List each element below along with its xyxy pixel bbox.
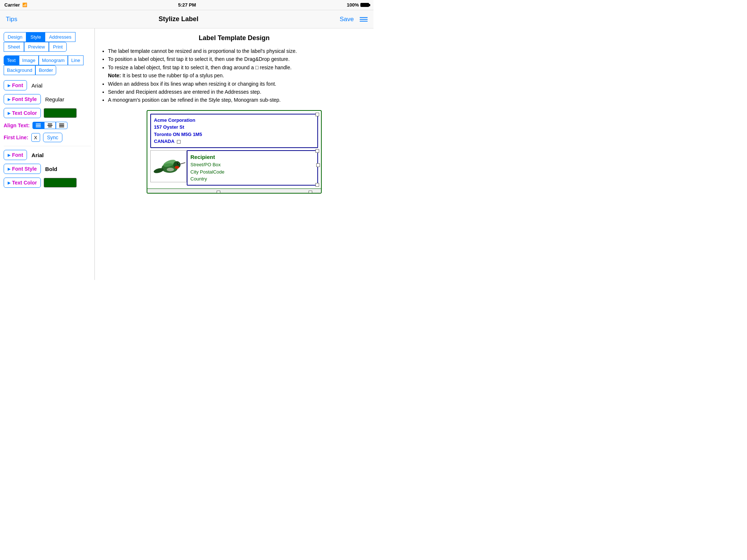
play-icon: ▶ xyxy=(8,181,11,185)
first-line-label: First Line: xyxy=(4,135,28,140)
tips-button[interactable]: Tips xyxy=(6,16,18,23)
font-control-row: ▶ Font Arial xyxy=(4,80,91,90)
tab-addresses[interactable]: Addresses xyxy=(45,32,75,42)
font-style-label: Font Style xyxy=(12,96,37,102)
battery-percent: 100% xyxy=(347,2,359,8)
align-right-button[interactable] xyxy=(56,122,67,129)
resize-handle-sender[interactable] xyxy=(177,140,181,144)
font-style2-control-row: ▶ Font Style Bold xyxy=(4,164,91,174)
play-icon: ▶ xyxy=(8,153,11,157)
tab-monogram[interactable]: Monogram xyxy=(39,55,68,65)
resize-handle-tr[interactable] xyxy=(316,113,319,116)
sync-button[interactable]: Sync xyxy=(43,133,62,142)
svg-point-8 xyxy=(167,168,174,171)
label-preview-container: Acme Corporation 157 Oyster St Toronto O… xyxy=(101,110,368,194)
section-divider xyxy=(4,146,91,146)
tab-line[interactable]: Line xyxy=(68,55,84,65)
hummingbird-image[interactable] xyxy=(150,150,187,182)
text-color2-control-row: ▶ Text Color xyxy=(4,178,91,188)
tab-style[interactable]: Style xyxy=(26,32,45,42)
font-style2-value: Bold xyxy=(45,166,57,172)
play-icon: ▶ xyxy=(8,83,11,88)
carrier-label: Carrier xyxy=(4,2,20,8)
text-color-label: Text Color xyxy=(12,110,37,116)
play-icon: ▶ xyxy=(8,167,11,171)
text-color-button[interactable]: ▶ Text Color xyxy=(4,108,41,118)
recipient-line3: Country xyxy=(190,175,314,183)
main-layout: Design Style Addresses Sheet Preview Pri… xyxy=(0,28,374,280)
font2-button[interactable]: ▶ Font xyxy=(4,150,27,160)
resize-handle-recipient-br[interactable] xyxy=(316,183,319,187)
align-left-icon xyxy=(36,124,41,127)
align-button-group xyxy=(32,122,67,129)
font-button[interactable]: ▶ Font xyxy=(4,80,27,90)
svg-point-4 xyxy=(175,166,179,169)
style-tab-group: Text Image Monogram Line Background Bord… xyxy=(4,55,91,75)
tab-sheet[interactable]: Sheet xyxy=(4,42,24,52)
instruction-item: To position a label object, first tap it… xyxy=(108,55,368,63)
text-color-control-row: ▶ Text Color xyxy=(4,108,91,118)
sender-line3: Toronto ON M5G 1M5 xyxy=(154,131,314,138)
play-icon: ▶ xyxy=(8,97,11,101)
first-line-row: First Line: X Sync xyxy=(4,133,91,142)
font-style-button[interactable]: ▶ Font Style xyxy=(4,94,41,104)
tab-text[interactable]: Text xyxy=(4,55,19,65)
font-style-control-row: ▶ Font Style Regular xyxy=(4,94,91,104)
text-color-swatch[interactable] xyxy=(44,108,77,118)
svg-line-5 xyxy=(180,163,185,164)
svg-point-7 xyxy=(178,163,179,164)
time-display: 5:27 PM xyxy=(178,2,196,8)
tab-image[interactable]: Image xyxy=(19,55,39,65)
sender-line1: Acme Corporation xyxy=(154,117,314,124)
first-line-checkbox[interactable]: X xyxy=(31,133,40,142)
instruction-item: Sender and Recipient addresses are enter… xyxy=(108,88,368,96)
save-button[interactable]: Save xyxy=(340,16,354,23)
align-right-icon xyxy=(59,124,64,127)
align-text-row: Align Text: xyxy=(4,122,91,129)
resize-handle-recipient-tr[interactable] xyxy=(316,149,319,153)
wifi-icon: 📶 xyxy=(22,3,27,7)
sender-box[interactable]: Acme Corporation 157 Oyster St Toronto O… xyxy=(150,114,318,148)
instruction-item: Widen an address box if its lines wrap w… xyxy=(108,80,368,88)
sender-line2: 157 Oyster St xyxy=(154,124,314,131)
bottom-area: Recipient Street/PO Box City PostalCode … xyxy=(150,150,318,186)
label-preview[interactable]: Acme Corporation 157 Oyster St Toronto O… xyxy=(147,110,322,194)
checkbox-x-label: X xyxy=(34,135,37,140)
tab-background[interactable]: Background xyxy=(4,65,35,75)
align-center-button[interactable] xyxy=(44,122,56,129)
font-style2-button[interactable]: ▶ Font Style xyxy=(4,164,41,174)
right-panel-title: Label Template Design xyxy=(101,34,368,42)
status-right: 100% xyxy=(347,2,369,8)
font-style-value: Regular xyxy=(45,96,65,102)
tab-border[interactable]: Border xyxy=(35,65,56,75)
tab-preview[interactable]: Preview xyxy=(24,42,49,52)
font2-value: Arial xyxy=(31,152,43,158)
nav-title: Stylize Label xyxy=(159,15,198,23)
align-center-icon xyxy=(47,124,53,127)
font-label: Font xyxy=(12,82,23,88)
resize-handle-bottom-right[interactable] xyxy=(309,191,312,194)
font2-control-row: ▶ Font Arial xyxy=(4,150,91,160)
tab-print[interactable]: Print xyxy=(49,42,67,52)
resize-handle-bottom-left[interactable] xyxy=(217,191,220,194)
nav-right: Save xyxy=(340,16,368,23)
status-bar: Carrier 📶 5:27 PM 100% xyxy=(0,0,374,10)
sender-line4: CANADA xyxy=(154,138,314,145)
recipient-box[interactable]: Recipient Street/PO Box City PostalCode … xyxy=(187,150,318,186)
text-color2-button[interactable]: ▶ Text Color xyxy=(4,178,41,188)
nav-bar: Tips Stylize Label Save xyxy=(0,10,374,28)
instruction-item: A monogram's position can be refined in … xyxy=(108,96,368,104)
menu-line xyxy=(360,19,368,20)
text-color2-label: Text Color xyxy=(12,180,37,186)
text-color2-swatch[interactable] xyxy=(44,178,77,187)
nav-left: Tips xyxy=(6,16,18,23)
align-left-button[interactable] xyxy=(32,122,44,129)
recipient-line1: Street/PO Box xyxy=(190,161,314,168)
tab-design[interactable]: Design xyxy=(4,32,26,42)
resize-handle-right-mid[interactable] xyxy=(316,163,320,167)
font-style2-label: Font Style xyxy=(12,166,37,172)
menu-line xyxy=(360,17,368,18)
hamburger-menu-button[interactable] xyxy=(360,17,368,22)
font-value: Arial xyxy=(31,82,42,89)
status-left: Carrier 📶 xyxy=(4,2,27,8)
